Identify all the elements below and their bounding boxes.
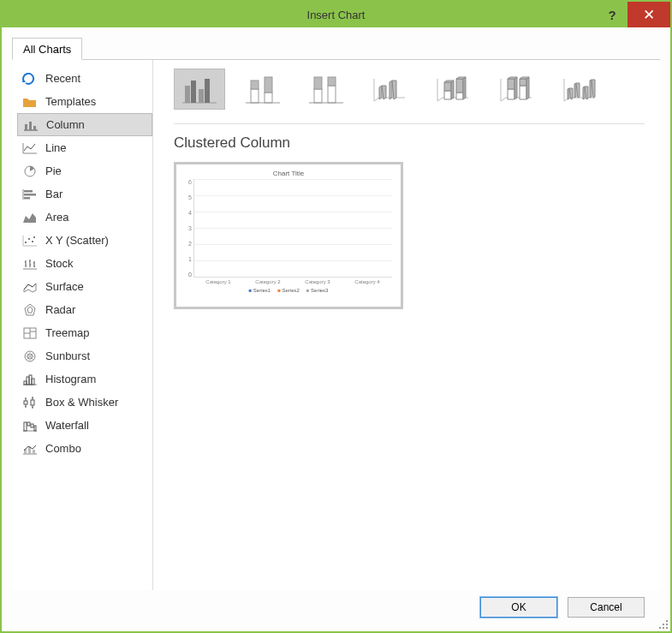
folder-icon xyxy=(22,95,38,109)
category-label: Waterfall xyxy=(45,419,89,432)
preview-chart-title: Chart Title xyxy=(185,170,392,177)
svg-rect-27 xyxy=(185,86,190,103)
resize-grip-icon[interactable] xyxy=(657,618,669,630)
category-label: Bar xyxy=(45,188,62,200)
category-treemap[interactable]: Treemap xyxy=(17,321,152,344)
column-chart-icon xyxy=(23,118,39,132)
preview-y-axis: 6543210 xyxy=(185,179,193,278)
dialog-footer: OK Cancel xyxy=(12,590,660,624)
category-templates[interactable]: Templates xyxy=(17,90,152,113)
scatter-chart-icon xyxy=(22,234,38,248)
subtype-3d-100-stacked-column[interactable] xyxy=(491,69,542,110)
category-area[interactable]: Area xyxy=(17,206,152,229)
waterfall-chart-icon xyxy=(22,419,38,433)
category-boxwhisker[interactable]: Box & Whisker xyxy=(17,391,152,414)
svg-rect-17 xyxy=(32,379,34,385)
stock-chart-icon xyxy=(22,257,38,271)
category-waterfall[interactable]: Waterfall xyxy=(17,414,152,437)
category-label: Pie xyxy=(45,164,62,177)
category-label: Histogram xyxy=(45,373,96,385)
svg-rect-21 xyxy=(27,422,30,426)
category-bar[interactable]: Bar xyxy=(17,182,152,206)
category-radar[interactable]: Radar xyxy=(17,298,152,321)
category-sunburst[interactable]: Sunburst xyxy=(17,344,152,367)
category-label: Treemap xyxy=(45,326,90,339)
category-label: Radar xyxy=(45,303,75,316)
svg-rect-6 xyxy=(24,197,30,200)
category-line[interactable]: Line xyxy=(17,136,152,159)
recent-icon xyxy=(22,72,38,86)
category-scatter[interactable]: X Y (Scatter) xyxy=(17,229,152,252)
insert-chart-dialog: Insert Chart ? ✕ All Charts Recent Templ… xyxy=(0,0,672,633)
subtype-3d-stacked-column[interactable] xyxy=(427,69,479,110)
box-whisker-chart-icon xyxy=(22,396,38,409)
subtype-title: Clustered Column xyxy=(174,134,645,152)
svg-rect-32 xyxy=(251,81,259,89)
sunburst-chart-icon xyxy=(22,349,38,363)
category-label: Sunburst xyxy=(45,349,90,362)
category-label: Combo xyxy=(45,442,81,455)
treemap-chart-icon xyxy=(22,326,38,340)
legend-series3: Series3 xyxy=(306,288,329,293)
legend-series2: Series2 xyxy=(277,288,300,293)
category-combo[interactable]: Combo xyxy=(17,437,152,460)
legend-series1: Series1 xyxy=(249,288,271,293)
svg-rect-5 xyxy=(24,194,36,196)
category-label: Column xyxy=(46,118,85,131)
svg-rect-28 xyxy=(191,81,196,103)
svg-rect-1 xyxy=(29,122,32,130)
close-button[interactable]: ✕ xyxy=(627,2,670,27)
category-histogram[interactable]: Histogram xyxy=(17,367,152,391)
bar-chart-icon xyxy=(22,188,38,201)
svg-rect-41 xyxy=(666,624,668,625)
pie-chart-icon xyxy=(22,164,38,178)
category-label: Stock xyxy=(45,257,74,270)
svg-rect-23 xyxy=(34,426,36,431)
svg-rect-31 xyxy=(251,89,259,103)
svg-rect-37 xyxy=(328,86,336,103)
svg-rect-26 xyxy=(33,450,35,454)
preview-x-axis: Category 1Category 2Category 3Category 4 xyxy=(193,279,392,284)
tab-all-charts[interactable]: All Charts xyxy=(12,38,82,60)
surface-chart-icon xyxy=(22,280,38,294)
subtype-stacked-column[interactable] xyxy=(237,69,288,110)
category-label: Surface xyxy=(45,280,84,293)
category-pie[interactable]: Pie xyxy=(17,159,152,182)
radar-chart-icon xyxy=(22,303,38,317)
main-panel: Clustered Column Chart Title 6543210 Cat… xyxy=(153,60,660,590)
category-label: Area xyxy=(45,211,68,224)
combo-chart-icon xyxy=(22,442,38,456)
svg-point-8 xyxy=(28,238,30,240)
category-label: X Y (Scatter) xyxy=(45,234,109,247)
subtype-3d-column[interactable] xyxy=(554,69,605,110)
histogram-chart-icon xyxy=(22,373,38,386)
tab-strip: All Charts xyxy=(12,38,660,60)
svg-rect-43 xyxy=(663,624,664,625)
subtype-3d-clustered-column[interactable] xyxy=(364,69,415,110)
category-surface[interactable]: Surface xyxy=(17,275,152,298)
help-button[interactable]: ? xyxy=(597,2,627,27)
svg-rect-38 xyxy=(328,77,336,86)
category-label: Templates xyxy=(45,95,96,108)
chart-category-list: Recent Templates Column Line Pie xyxy=(12,60,153,590)
category-label: Recent xyxy=(45,72,80,85)
svg-rect-33 xyxy=(265,93,272,103)
category-recent[interactable]: Recent xyxy=(17,67,152,90)
ok-button[interactable]: OK xyxy=(480,597,557,618)
category-label: Line xyxy=(45,141,67,154)
chart-preview[interactable]: Chart Title 6543210 Category 1Category 2… xyxy=(174,162,403,309)
svg-rect-22 xyxy=(31,424,33,427)
category-column[interactable]: Column xyxy=(17,113,152,136)
cancel-button[interactable]: Cancel xyxy=(568,597,645,618)
svg-rect-39 xyxy=(666,627,668,629)
category-stock[interactable]: Stock xyxy=(17,252,152,275)
svg-rect-29 xyxy=(199,89,204,103)
subtype-clustered-column[interactable] xyxy=(174,69,225,110)
svg-rect-35 xyxy=(314,89,322,103)
svg-point-10 xyxy=(33,236,35,238)
subtype-row xyxy=(174,69,645,124)
svg-rect-40 xyxy=(663,627,664,629)
svg-rect-2 xyxy=(33,126,36,130)
subtype-100-stacked-column[interactable] xyxy=(300,69,352,110)
svg-rect-4 xyxy=(24,190,33,193)
